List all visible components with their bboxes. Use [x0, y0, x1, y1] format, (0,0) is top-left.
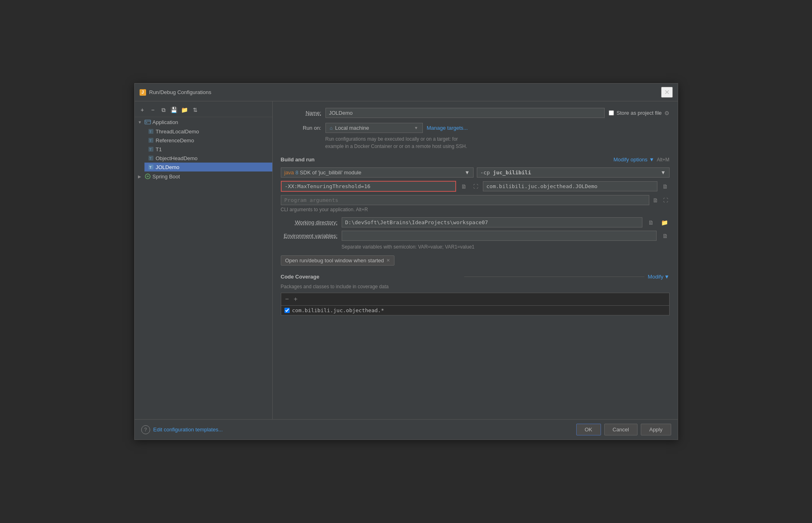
env-vars-input[interactable]: [342, 231, 657, 241]
prog-args-input[interactable]: [281, 195, 649, 205]
application-children: T ThreadLocalDemo T ReferenceDemo: [135, 127, 272, 171]
apply-button[interactable]: Apply: [641, 424, 671, 435]
store-project-checkbox[interactable]: [609, 110, 614, 116]
build-run-title: Build and run: [281, 156, 315, 163]
config-icon-reference: T: [148, 137, 154, 144]
working-dir-row: Working directory: 🗎 📁: [281, 217, 670, 227]
cancel-button[interactable]: Cancel: [604, 424, 638, 435]
local-machine-icon: ⌂: [330, 125, 333, 131]
coverage-modify-label: Modify: [648, 274, 663, 280]
working-dir-label: Working directory:: [281, 219, 338, 225]
springboot-section-icon: [144, 173, 151, 180]
env-vars-doc-button[interactable]: 🗎: [661, 232, 670, 240]
main-class-input[interactable]: [483, 181, 657, 191]
bottom-left: ? Edit configuration templates...: [141, 425, 223, 434]
expand-application-arrow: ▼: [138, 120, 143, 124]
svg-text:T: T: [149, 165, 152, 169]
remove-config-button[interactable]: −: [149, 105, 157, 114]
sidebar-section-application[interactable]: ▼ Application: [135, 117, 272, 127]
coverage-item-checkbox[interactable]: [284, 308, 290, 313]
save-config-button[interactable]: 💾: [170, 105, 179, 114]
sidebar-item-joldemo[interactable]: T JOLDemo: [144, 163, 272, 171]
vm-args-doc-button[interactable]: 🗎: [459, 182, 468, 191]
build-run-section-header: Build and run Modify options ▼ Alt+M: [281, 156, 670, 163]
app-logo-icon: J: [140, 89, 146, 96]
title-bar-left: J Run/Debug Configurations: [140, 89, 211, 96]
java-sdk-row: java 8 SDK of 'juc_bilibili' module ▼ -c…: [281, 167, 670, 178]
expand-springboot-arrow: ▶: [138, 174, 143, 179]
tag-button-label: Open run/debug tool window when started: [285, 257, 384, 264]
store-project-container: Store as project file ⚙: [609, 110, 669, 116]
coverage-modify-link[interactable]: Modify ▼: [648, 274, 669, 280]
working-dir-folder-button[interactable]: 📁: [659, 219, 670, 227]
sort-config-button[interactable]: ⇅: [191, 105, 200, 114]
sidebar-item-referencedemo[interactable]: T ReferenceDemo: [144, 136, 272, 145]
coverage-section: Code Coverage Modify ▼ Packages and clas…: [281, 274, 670, 315]
modify-options-link[interactable]: Modify options ▼: [614, 156, 655, 163]
svg-text:T: T: [149, 156, 152, 161]
cp-select-text: -cp juc_bilibili: [480, 169, 531, 176]
vm-args-expand-button[interactable]: ⛶: [472, 183, 480, 190]
sidebar: + − ⧉ 💾 📁 ⇅ ▼ Application: [135, 101, 273, 419]
java-sdk-select[interactable]: java 8 SDK of 'juc_bilibili' module ▼: [281, 167, 474, 178]
sidebar-item-label-t1: T1: [156, 146, 162, 152]
coverage-header: Code Coverage Modify ▼: [281, 274, 670, 280]
run-on-label: Run on:: [281, 125, 321, 131]
vm-args-row: 🗎 ⛶ 🗎: [281, 181, 670, 192]
bottom-bar: ? Edit configuration templates... OK Can…: [135, 419, 678, 439]
main-content: + − ⧉ 💾 📁 ⇅ ▼ Application: [135, 101, 678, 419]
run-on-dropdown-arrow: ▼: [414, 126, 418, 130]
name-input[interactable]: [325, 108, 605, 118]
main-class-doc-button[interactable]: 🗎: [661, 182, 670, 191]
sidebar-item-label-reference: ReferenceDemo: [156, 137, 194, 144]
vm-args-input[interactable]: [281, 181, 456, 192]
cp-select[interactable]: -cp juc_bilibili ▼: [477, 167, 670, 178]
cp-dropdown-arrow: ▼: [661, 169, 666, 176]
svg-rect-2: [146, 122, 147, 123]
svg-text:T: T: [149, 148, 152, 152]
prog-args-expand-button[interactable]: ⛶: [661, 197, 670, 204]
coverage-desc: Packages and classes to include in cover…: [281, 284, 670, 289]
run-on-select[interactable]: ⌂ Local machine ▼: [325, 123, 423, 133]
env-hint: Separate variables with semicolon: VAR=v…: [342, 244, 670, 250]
name-label: Name:: [281, 110, 321, 116]
add-config-button[interactable]: +: [138, 105, 147, 114]
help-button[interactable]: ?: [141, 425, 150, 434]
sidebar-item-threadlocaldemo[interactable]: T ThreadLocalDemo: [144, 127, 272, 136]
working-dir-input[interactable]: [342, 217, 642, 227]
svg-text:T: T: [149, 139, 152, 143]
open-window-tag-button[interactable]: Open run/debug tool window when started …: [281, 255, 395, 266]
config-icon-jol: T: [148, 164, 154, 170]
config-icon-threadlocal: T: [148, 128, 154, 135]
modify-options-container: Modify options ▼ Alt+M: [614, 156, 670, 163]
sidebar-item-label-objecthead: ObjectHeadDemo: [156, 155, 198, 161]
sidebar-section-springboot[interactable]: ▶ Spring Boot: [135, 171, 272, 181]
sidebar-item-t1[interactable]: T T1: [144, 145, 272, 154]
sidebar-item-label-threadlocal: ThreadLocalDemo: [156, 129, 199, 135]
coverage-title: Code Coverage: [281, 274, 461, 280]
bottom-right: OK Cancel Apply: [576, 424, 671, 435]
working-dir-doc-button[interactable]: 🗎: [646, 219, 655, 227]
modify-shortcut-hint: Alt+M: [657, 157, 669, 163]
application-section-icon: [144, 119, 151, 125]
ok-button[interactable]: OK: [576, 424, 601, 435]
tag-button-container: Open run/debug tool window when started …: [281, 255, 670, 266]
sidebar-toolbar: + − ⧉ 💾 📁 ⇅: [135, 103, 272, 117]
manage-targets-link[interactable]: Manage targets...: [427, 125, 468, 131]
coverage-add-button[interactable]: +: [292, 295, 299, 304]
copy-config-button[interactable]: ⧉: [159, 105, 168, 114]
run-debug-dialog: J Run/Debug Configurations ✕ + − ⧉ 💾 📁 ⇅…: [134, 83, 678, 440]
svg-text:T: T: [149, 130, 152, 134]
prog-args-row: 🗎 ⛶: [281, 195, 670, 205]
title-bar: J Run/Debug Configurations ✕: [135, 84, 678, 101]
env-vars-label: Environment variables:: [281, 233, 338, 239]
run-on-value: Local machine: [335, 125, 412, 131]
java-sdk-dropdown-arrow: ▼: [465, 169, 470, 176]
sidebar-item-objectheaddemo[interactable]: T ObjectHeadDemo: [144, 154, 272, 163]
close-button[interactable]: ✕: [661, 87, 673, 98]
prog-args-doc-button[interactable]: 🗎: [651, 196, 660, 204]
edit-config-templates-link[interactable]: Edit configuration templates...: [153, 427, 223, 433]
store-project-gear-button[interactable]: ⚙: [664, 110, 670, 116]
coverage-remove-button[interactable]: −: [284, 295, 291, 304]
folder-config-button[interactable]: 📁: [180, 105, 189, 114]
